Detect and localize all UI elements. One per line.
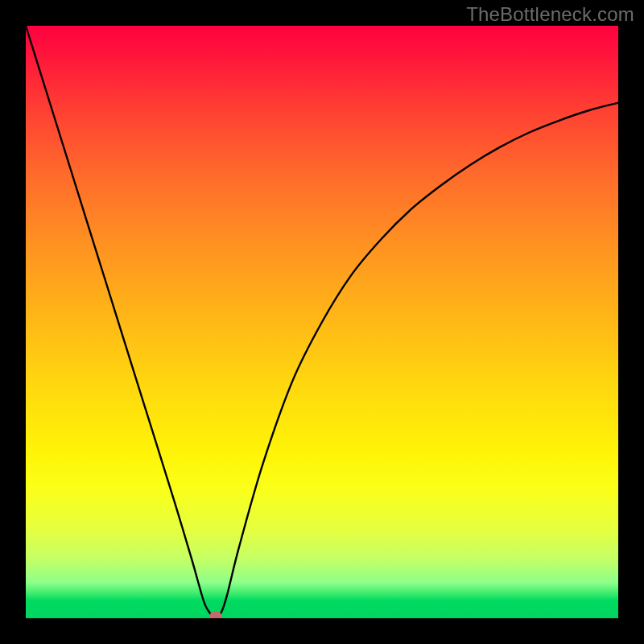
watermark-label: TheBottleneck.com — [466, 3, 634, 26]
minimum-marker — [209, 612, 221, 619]
chart-frame: TheBottleneck.com — [0, 0, 644, 644]
curve-path — [26, 26, 618, 618]
bottleneck-curve — [26, 26, 618, 618]
plot-area — [26, 26, 618, 618]
